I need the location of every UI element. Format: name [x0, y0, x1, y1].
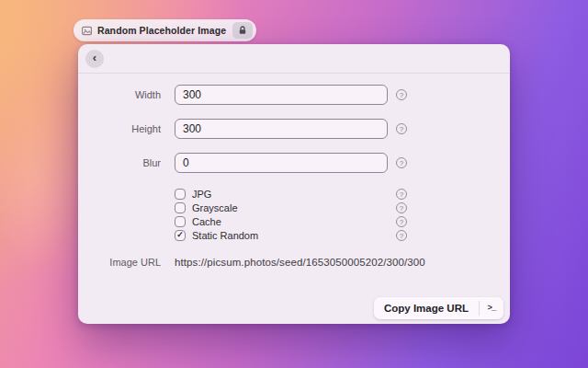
width-label: Width — [78, 89, 175, 100]
actions-menu-button[interactable]: >_ — [480, 297, 503, 319]
image-icon — [82, 26, 92, 36]
image-url-row: Image URL https://picsum.photos/seed/165… — [78, 257, 510, 268]
static-random-label: Static Random — [192, 230, 258, 241]
help-icon[interactable]: ? — [396, 202, 407, 213]
desktop: { "icons": { "back": "‹", "help": "?", "… — [0, 0, 588, 368]
form: Width ? Height ? Blur ? — [78, 74, 510, 268]
back-button[interactable]: ‹ — [85, 50, 104, 68]
jpg-row: ✓ JPG ? — [78, 187, 510, 201]
static-random-checkbox[interactable]: ✓ — [175, 230, 186, 241]
width-row: Width ? — [78, 85, 510, 105]
image-url-value: https://picsum.photos/seed/1653050005202… — [175, 257, 425, 268]
cache-label: Cache — [192, 216, 221, 227]
blur-input[interactable] — [175, 153, 388, 173]
cache-checkbox[interactable]: ✓ — [175, 216, 186, 227]
help-icon[interactable]: ? — [396, 189, 407, 200]
grayscale-checkbox[interactable]: ✓ — [175, 202, 186, 213]
blur-label: Blur — [78, 157, 175, 168]
grayscale-label: Grayscale — [192, 202, 238, 213]
jpg-label: JPG — [192, 189, 211, 200]
image-url-label: Image URL — [78, 257, 175, 268]
width-input[interactable] — [175, 85, 388, 105]
lock-chip — [232, 22, 253, 39]
static-random-row: ✓ Static Random ? — [78, 228, 510, 242]
height-input[interactable] — [175, 119, 388, 139]
help-icon[interactable]: ? — [396, 230, 407, 241]
height-row: Height ? — [78, 119, 510, 139]
help-icon[interactable]: ? — [396, 89, 407, 100]
cache-row: ✓ Cache ? — [78, 214, 510, 228]
lock-icon — [238, 26, 247, 35]
help-icon[interactable]: ? — [396, 216, 407, 227]
launcher-pill[interactable]: Random Placeholder Image — [74, 19, 256, 41]
action-bar: Copy Image URL >_ — [374, 297, 503, 319]
terminal-icon: >_ — [488, 304, 496, 313]
jpg-checkbox[interactable]: ✓ — [175, 189, 186, 200]
check-icon: ✓ — [176, 231, 184, 239]
window-header: ‹ — [78, 44, 510, 74]
checkbox-group: ✓ JPG ? ✓ Grayscale ? ✓ Cache ? — [78, 187, 510, 242]
copy-image-url-button[interactable]: Copy Image URL — [374, 297, 479, 319]
help-icon[interactable]: ? — [396, 157, 407, 168]
blur-row: Blur ? — [78, 153, 510, 173]
height-label: Height — [78, 123, 175, 134]
help-icon[interactable]: ? — [396, 123, 407, 134]
grayscale-row: ✓ Grayscale ? — [78, 201, 510, 214]
launcher-title: Random Placeholder Image — [97, 25, 226, 36]
extension-window: ‹ Width ? Height ? Blur ? — [78, 44, 510, 324]
